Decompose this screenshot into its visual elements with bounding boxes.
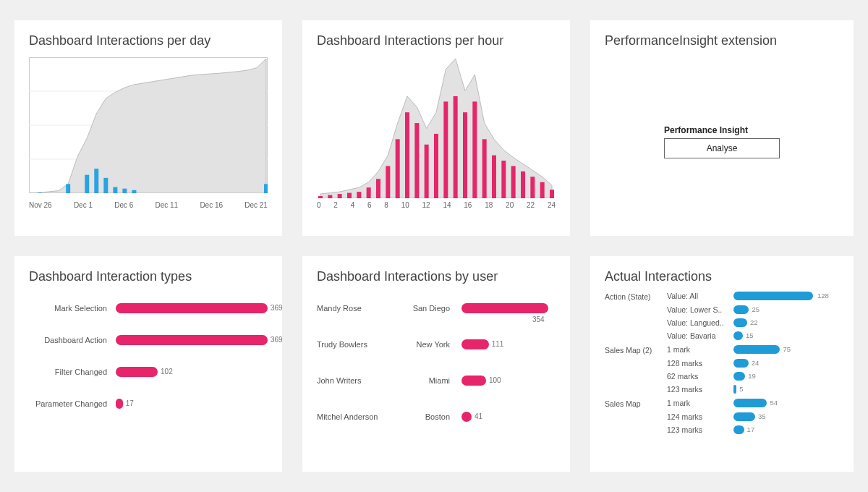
svg-rect-10 <box>122 189 127 193</box>
card-title: Actual Interactions <box>605 269 839 284</box>
card-interactions-per-day: Dashboard Interactions per day Nov 26Dec… <box>14 20 282 236</box>
type-bar[interactable]: 17 <box>116 399 268 409</box>
svg-rect-30 <box>482 139 487 198</box>
type-label: Dashboard Action <box>29 336 116 344</box>
user-name: John Writers <box>317 376 396 385</box>
user-city: Miami <box>396 376 461 385</box>
svg-rect-20 <box>386 166 390 198</box>
svg-rect-24 <box>425 145 429 198</box>
svg-rect-6 <box>85 175 89 193</box>
row-bar[interactable]: 128 <box>733 292 848 300</box>
card-title: Dashboard Interaction types <box>29 269 268 284</box>
x-tick: 20 <box>506 201 514 209</box>
group-label <box>605 385 667 386</box>
row-bar[interactable]: 35 <box>733 412 848 421</box>
svg-rect-8 <box>103 178 108 193</box>
x-tick: Dec 16 <box>200 201 223 209</box>
row-bar[interactable]: 5 <box>733 385 848 394</box>
user-name: Mandy Rose <box>317 304 396 313</box>
svg-rect-11 <box>132 190 136 193</box>
row-label: 123 marks <box>667 425 733 434</box>
x-tick: 12 <box>422 201 430 209</box>
svg-rect-14 <box>328 195 332 198</box>
type-bar[interactable]: 369 <box>116 335 268 345</box>
svg-rect-26 <box>443 101 448 198</box>
row-bar[interactable]: 17 <box>733 425 848 434</box>
card-extension: PerformanceInsight extension Performance… <box>590 20 854 236</box>
row-label: 128 marks <box>667 359 733 368</box>
actual-interactions-scroll[interactable]: Action (State) Value: All 128 Value: Low… <box>605 291 848 463</box>
row-bar[interactable]: 24 <box>733 359 848 368</box>
user-name: Trudy Bowlers <box>317 340 396 349</box>
chart-per-day[interactable] <box>29 57 268 198</box>
svg-rect-29 <box>472 101 477 198</box>
user-city: San Diego <box>396 304 461 313</box>
svg-rect-28 <box>463 112 467 198</box>
svg-rect-19 <box>376 179 380 198</box>
row-bar[interactable]: 25 <box>733 305 848 314</box>
x-axis-per-hour: 024681012141618202224 <box>317 201 556 209</box>
card-title: Dashboard Interactions per day <box>29 33 268 48</box>
x-tick: 22 <box>527 201 535 209</box>
type-label: Filter Changed <box>29 368 116 376</box>
row-bar[interactable]: 54 <box>733 399 848 407</box>
svg-rect-5 <box>66 184 70 193</box>
user-bar[interactable]: 100 <box>461 376 556 386</box>
interactions-by-user-chart[interactable]: Mandy Rose San Diego 354 Trudy Bowlers N… <box>317 303 556 422</box>
svg-rect-34 <box>521 171 525 198</box>
row-bar[interactable]: 22 <box>733 318 848 327</box>
svg-rect-37 <box>550 190 554 198</box>
card-actual-interactions: Actual Interactions Action (State) Value… <box>590 256 854 472</box>
x-tick: 2 <box>333 201 338 209</box>
svg-rect-17 <box>357 192 361 198</box>
row-label: Value: Lower S.. <box>667 305 733 314</box>
x-tick: 24 <box>548 201 556 209</box>
card-title: PerformanceInsight extension <box>605 33 839 48</box>
row-label: Value: All <box>667 292 733 300</box>
x-tick: 4 <box>351 201 355 209</box>
row-label: 123 marks <box>667 385 733 394</box>
svg-rect-13 <box>318 196 323 198</box>
svg-rect-32 <box>501 161 506 198</box>
chart-per-hour[interactable] <box>317 57 556 198</box>
row-label: Value: Langued.. <box>667 318 733 327</box>
user-city: New York <box>396 340 461 349</box>
interaction-types-chart[interactable]: Mark Selection 369 Dashboard Action 369 … <box>29 303 268 409</box>
x-tick: Dec 1 <box>74 201 93 209</box>
user-bar[interactable]: 354 <box>461 303 556 313</box>
group-label <box>605 318 667 320</box>
row-label: 62 marks <box>667 372 733 381</box>
svg-rect-16 <box>347 193 352 198</box>
actual-interactions-chart[interactable]: Action (State) Value: All 128 Value: Low… <box>605 291 848 434</box>
x-tick: 0 <box>317 201 321 209</box>
user-bar[interactable]: 41 <box>461 412 556 422</box>
group-label <box>605 331 667 333</box>
card-interactions-per-hour: Dashboard Interactions per hour 02468101… <box>302 20 570 236</box>
svg-rect-15 <box>338 194 342 198</box>
type-bar[interactable]: 369 <box>116 303 268 313</box>
row-bar[interactable]: 15 <box>733 331 848 340</box>
user-city: Boston <box>396 412 461 421</box>
svg-rect-27 <box>454 96 458 198</box>
row-label: 1 mark <box>667 345 733 354</box>
x-tick: 8 <box>384 201 388 209</box>
row-bar[interactable]: 75 <box>733 345 848 354</box>
svg-rect-21 <box>396 139 400 198</box>
x-tick: 10 <box>401 201 409 209</box>
card-interaction-types: Dashboard Interaction types Mark Selecti… <box>14 256 282 472</box>
row-bar[interactable]: 19 <box>733 372 848 381</box>
svg-rect-9 <box>113 187 117 193</box>
user-bar[interactable]: 111 <box>461 339 556 349</box>
group-label <box>605 412 667 414</box>
x-tick: Dec 21 <box>244 201 268 209</box>
type-bar[interactable]: 102 <box>116 367 268 377</box>
row-label: 124 marks <box>667 412 733 421</box>
group-label <box>605 305 667 307</box>
extension-label: Performance Insight <box>664 125 780 135</box>
svg-rect-7 <box>94 169 98 193</box>
x-tick: 16 <box>464 201 472 209</box>
type-label: Mark Selection <box>29 304 116 313</box>
card-title: Dashboard Interactions by user <box>317 269 556 284</box>
card-interactions-by-user: Dashboard Interactions by user Mandy Ros… <box>302 256 570 472</box>
analyse-button[interactable]: Analyse <box>664 138 780 158</box>
